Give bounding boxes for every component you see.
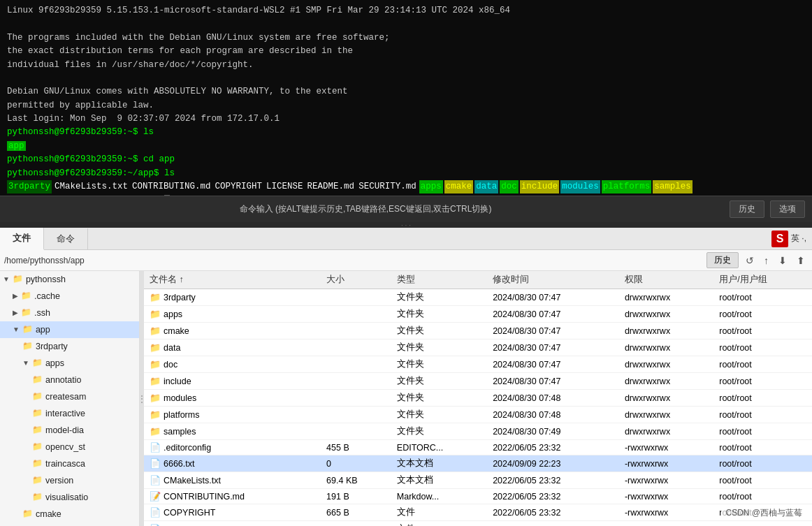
tab-files[interactable]: 文件 (0, 228, 44, 250)
sidebar-item-apps[interactable]: ▼ 📁 apps (0, 355, 139, 372)
table-row[interactable]: 📁apps 文件夹 2024/08/30 07:47 drwxrwxrwx ro… (144, 306, 812, 323)
table-row[interactable]: 📁include 文件夹 2024/08/30 07:47 drwxrwxrwx… (144, 373, 812, 390)
cell-filename: 📁samples (144, 423, 321, 440)
cell-size (321, 306, 391, 323)
cell-modified: 2024/08/30 07:47 (487, 339, 619, 356)
ls-item-samples: samples (653, 180, 693, 193)
cell-size: 191 B (321, 489, 391, 504)
cell-modified: 2024/08/30 07:47 (487, 306, 619, 323)
sidebar-item-label: version (45, 474, 73, 488)
cell-type: 文件 (391, 504, 487, 521)
table-row[interactable]: 📁samples 文件夹 2024/08/30 07:49 drwxrwxrwx… (144, 423, 812, 440)
logo-s-icon: S (771, 231, 788, 247)
sidebar-item-traincasca[interactable]: 📁 traincasca (0, 455, 139, 472)
folder-icon: 📁 (32, 390, 43, 403)
table-row[interactable]: 📝CONTRIBUTING.md 191 B Markdow... 2022/0… (144, 489, 812, 504)
col-size[interactable]: 大小 (321, 271, 391, 289)
table-row[interactable]: 📁platforms 文件夹 2024/08/30 07:48 drwxrwxr… (144, 407, 812, 423)
cell-perm: drwxrwxrwx (619, 339, 713, 356)
cell-type: 文件夹 (391, 323, 487, 339)
cell-perm: drwxrwxrwx (619, 306, 713, 323)
sidebar-item-label: .cache (34, 289, 60, 303)
terminal-prompt4: pythonssh@9f6293b29359:~/app$ (7, 193, 805, 196)
table-row[interactable]: 📁cmake 文件夹 2024/08/30 07:47 drwxrwxrwx r… (144, 323, 812, 339)
cell-owner: root/root (713, 472, 812, 489)
fm-history-button[interactable]: 历史 (706, 252, 739, 268)
table-row[interactable]: 📄6666.txt 0 文本文档 2024/09/09 22:23 -rwxrw… (144, 455, 812, 472)
folder-icon: 📁 (22, 323, 33, 336)
sidebar-item-label: interactive (45, 407, 85, 421)
terminal-prompt2: pythonssh@9f6293b29359:~$ cd app (7, 153, 805, 166)
cell-size: 0 (321, 455, 391, 472)
logo-text: 英 ·, (791, 233, 806, 244)
divider-handle[interactable]: · · · (0, 222, 812, 228)
col-owner[interactable]: 用户/用户组 (713, 271, 812, 289)
sidebar-item-annotation[interactable]: 📁 annotatio (0, 372, 139, 388)
sidebar-item-version[interactable]: 📁 version (0, 472, 139, 489)
history-button[interactable]: 历史 (730, 200, 764, 218)
arrow-icon: ▶ (13, 291, 18, 302)
cell-size: 69.4 KB (321, 472, 391, 489)
logo-area: S 英 ·, (771, 231, 812, 247)
cell-perm: drwxrwxrwx (619, 390, 713, 407)
folder-icon: 📁 (21, 289, 31, 302)
cell-size (321, 289, 391, 306)
ls-item-cmake: CMakeLists.txt (53, 180, 129, 193)
up-icon[interactable]: ↑ (761, 254, 771, 268)
table-row[interactable]: 📁3rdparty 文件夹 2024/08/30 07:47 drwxrwxrw… (144, 289, 812, 306)
cell-filename: 📁3rdparty (144, 289, 321, 306)
sidebar-item-cache[interactable]: ▶ 📁 .cache (0, 288, 139, 305)
cell-owner: root/root (713, 373, 812, 390)
col-modified[interactable]: 修改时间 (487, 271, 619, 289)
cell-perm: -rwxrwxrwx (619, 521, 713, 527)
folder-icon: 📁 (32, 440, 43, 453)
sidebar-item-data[interactable]: 📁 data (0, 523, 139, 526)
arrow-icon: ▼ (3, 274, 10, 285)
cell-modified: 2022/06/05 23:32 (487, 489, 619, 504)
table-row[interactable]: 📁doc 文件夹 2024/08/30 07:47 drwxrwxrwx roo… (144, 356, 812, 373)
cell-perm: drwxrwxrwx (619, 407, 713, 423)
table-row[interactable]: 📁data 文件夹 2024/08/30 07:47 drwxrwxrwx ro… (144, 339, 812, 356)
col-type[interactable]: 类型 (391, 271, 487, 289)
table-row[interactable]: 📄COPYRIGHT 665 B 文件 2022/06/05 23:32 -rw… (144, 504, 812, 521)
sidebar-item-label: 3rdparty (36, 339, 68, 353)
sidebar-item-visualisatio[interactable]: 📁 visualisatio (0, 489, 139, 506)
cell-type: 文件 (391, 521, 487, 527)
refresh-icon[interactable]: ↺ (743, 254, 757, 268)
cell-owner: root/root (713, 455, 812, 472)
cell-size (321, 373, 391, 390)
file-manager: 文件 命令 S 英 ·, /home/pythonssh/app 历史 ↺ ↑ … (0, 228, 812, 526)
sidebar-item-createsam[interactable]: 📁 createsam (0, 388, 139, 405)
upload-icon[interactable]: ⬆ (794, 254, 808, 268)
sidebar-item-3rdparty[interactable]: 📁 3rdparty (0, 338, 139, 355)
table-header-row: 文件名 ↑ 大小 类型 修改时间 权限 用户/用户组 (144, 271, 812, 289)
cell-filename: 📄.editorconfig (144, 440, 321, 455)
folder-icon: 📁 (32, 474, 43, 487)
cell-owner: root/root (713, 356, 812, 373)
options-button[interactable]: 选项 (770, 200, 805, 218)
arrow-icon: ▼ (13, 324, 20, 335)
sidebar-item-interactive[interactable]: 📁 interactive (0, 405, 139, 422)
table-row[interactable]: 📁modules 文件夹 2024/08/30 07:48 drwxrwxrwx… (144, 390, 812, 407)
sidebar-item-cmake[interactable]: 📁 cmake (0, 506, 139, 523)
terminal-prompt1: pythonssh@9f6293b29359:~$ ls (7, 126, 805, 139)
table-row[interactable]: 📄CMakeLists.txt 69.4 KB 文本文档 2022/06/05 … (144, 472, 812, 489)
cell-type: 文本文档 (391, 455, 487, 472)
sidebar-item-ssh[interactable]: ▶ 📁 .ssh (0, 305, 139, 321)
folder-icon: 📁 (22, 339, 33, 353)
col-filename[interactable]: 文件名 ↑ (144, 271, 321, 289)
sidebar-item-label: .ssh (34, 306, 50, 320)
tab-command[interactable]: 命令 (44, 228, 88, 249)
cell-owner: root/root (713, 306, 812, 323)
table-row[interactable]: 📄.editorconfig 455 B EDITORC... 2022/06/… (144, 440, 812, 455)
sidebar-item-app[interactable]: ▼ 📁 app (0, 321, 139, 338)
sidebar-item-label: cmake (36, 507, 61, 521)
sidebar-item-model-dia[interactable]: 📁 model-dia (0, 422, 139, 439)
table-row[interactable]: 📄LICENSE 11.1 KB 文件 2022/06/05 23:32 -rw… (144, 521, 812, 527)
sidebar-item-opencv[interactable]: 📁 opencv_st (0, 439, 139, 455)
cell-modified: 2024/08/30 07:47 (487, 356, 619, 373)
download-icon[interactable]: ⬇ (776, 254, 790, 268)
sidebar-item-pythonssh[interactable]: ▼ 📁 pythonssh (0, 271, 139, 288)
cell-modified: 2024/09/09 22:23 (487, 455, 619, 472)
col-perm[interactable]: 权限 (619, 271, 713, 289)
